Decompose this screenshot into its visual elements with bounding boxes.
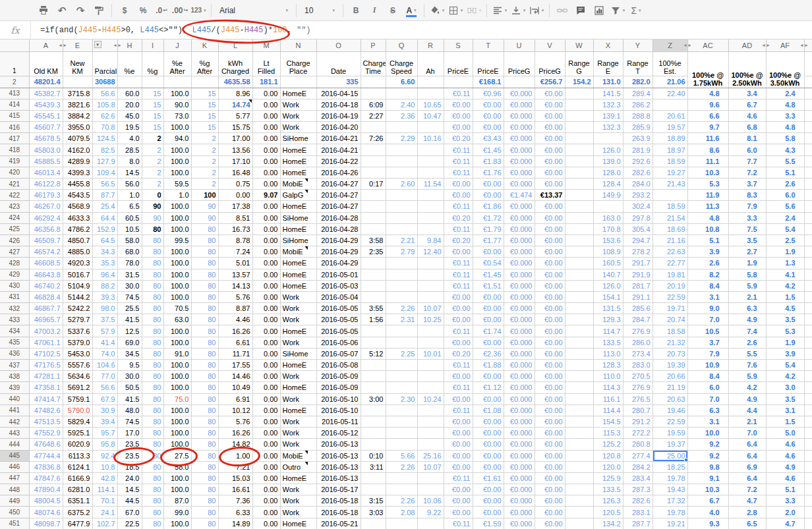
cell-AD430[interactable]: 5.9: [728, 280, 766, 291]
cell-AD443[interactable]: 7.0: [728, 428, 766, 439]
cell-O441[interactable]: 2016-05-10: [316, 404, 361, 416]
row-header-446[interactable]: 446: [0, 461, 29, 472]
cell-M448[interactable]: 0.00: [252, 484, 280, 495]
cell-K451[interactable]: 80: [191, 518, 218, 529]
cell-AD432[interactable]: 6.3: [728, 303, 766, 314]
cell-A426[interactable]: 46509.7: [29, 235, 63, 246]
cell-Y446[interactable]: 284.2: [623, 461, 652, 472]
cell-L441[interactable]: 10.12: [218, 404, 252, 416]
cell-Z428[interactable]: 22.77: [652, 258, 687, 269]
cell-M429[interactable]: 0.00: [252, 269, 280, 280]
cell-E439[interactable]: 5691.2: [63, 382, 92, 393]
cell-R431[interactable]: [417, 291, 444, 302]
cell-X443[interactable]: 115.3: [593, 428, 623, 439]
cell-R449[interactable]: 10.06: [417, 495, 444, 507]
cell-I430[interactable]: 80: [142, 280, 163, 291]
cell-W446[interactable]: [565, 461, 593, 472]
cell-L437[interactable]: 17.55: [218, 360, 252, 371]
cell-M422[interactable]: 9.07: [252, 190, 280, 201]
cell-stub446[interactable]: [804, 461, 812, 472]
cell-S419[interactable]: €0.11: [444, 155, 473, 167]
cell-AD448[interactable]: 7.2: [728, 484, 766, 495]
cell-R433[interactable]: 10.25: [417, 314, 444, 325]
header-total-O[interactable]: 335: [316, 76, 361, 88]
cell-Q442[interactable]: [386, 416, 417, 427]
cell-G413[interactable]: 56.6: [92, 88, 117, 99]
cell-J416[interactable]: 100.0: [163, 122, 191, 133]
cell-J444[interactable]: 100.0: [163, 439, 191, 450]
cell-AF420[interactable]: 5.1: [766, 167, 804, 178]
cell-P437[interactable]: [361, 360, 386, 371]
cell-Z448[interactable]: 19.43: [652, 484, 687, 495]
cell-X435[interactable]: 133.5: [593, 337, 623, 348]
cell-X450[interactable]: 120.5: [593, 507, 623, 518]
cell-Y430[interactable]: 281.7: [623, 280, 652, 291]
cell-A419[interactable]: 45885.5: [29, 155, 63, 167]
cell-K437[interactable]: 80: [191, 360, 218, 371]
cell-P439[interactable]: [361, 382, 386, 393]
cell-J425[interactable]: 100.0: [163, 223, 191, 235]
cell-J440[interactable]: 75.0: [163, 393, 191, 404]
cell-J426[interactable]: 99.5: [163, 235, 191, 246]
cell-Q448[interactable]: [386, 484, 417, 495]
header-total-G[interactable]: 30688: [92, 76, 117, 88]
cell-V415[interactable]: €0.00: [535, 110, 565, 121]
cell-I450[interactable]: 80: [142, 507, 163, 518]
cell-I448[interactable]: 80: [142, 484, 163, 495]
cell-P420[interactable]: [361, 167, 386, 178]
vertical-align-button[interactable]: ▾: [509, 3, 527, 18]
header-label-V[interactable]: PriceG: [535, 51, 565, 76]
col-header-U[interactable]: U: [504, 40, 535, 51]
cell-V430[interactable]: €0.00: [535, 280, 565, 291]
cell-Y444[interactable]: 280.8: [623, 439, 652, 450]
cell-L447[interactable]: 15.03: [218, 472, 252, 484]
cell-H437[interactable]: 9.5: [117, 360, 142, 371]
cell-E445[interactable]: 6113.3: [63, 450, 92, 461]
cell-Z420[interactable]: 19.27: [652, 167, 687, 178]
cell-A417[interactable]: 45678.5: [29, 133, 63, 144]
cell-X439[interactable]: 114.3: [593, 382, 623, 393]
cell-A440[interactable]: 47414.7: [29, 393, 63, 404]
cell-Z416[interactable]: 19.57: [652, 122, 687, 133]
cell-Q421[interactable]: 2.60: [386, 179, 417, 190]
cell-AF436[interactable]: 3.9: [766, 348, 804, 359]
header-total-W[interactable]: 154.2: [565, 76, 593, 88]
cell-S429[interactable]: €0.11: [444, 269, 473, 280]
cell-M445[interactable]: 0.00: [252, 450, 280, 461]
cell-Q450[interactable]: 2.08: [386, 507, 417, 518]
cell-N440[interactable]: Work: [280, 393, 316, 404]
cell-AC435[interactable]: 3.7: [687, 337, 728, 348]
cell-H443[interactable]: 17.0: [117, 428, 142, 439]
hidden-cols-icon[interactable]: ◂: [683, 42, 686, 48]
cell-N437[interactable]: HomeE: [280, 360, 316, 371]
cell-S428[interactable]: €0.11: [444, 258, 473, 269]
cell-L419[interactable]: 17.10: [218, 155, 252, 167]
cell-E433[interactable]: 5279.7: [63, 314, 92, 325]
cell-stub416[interactable]: [804, 122, 812, 133]
cell-W434[interactable]: [565, 325, 593, 337]
cell-L439[interactable]: 10.49: [218, 382, 252, 393]
cell-W423[interactable]: [565, 201, 593, 212]
cell-G416[interactable]: 70.8: [92, 122, 117, 133]
cell-U421[interactable]: €0.000: [504, 179, 535, 190]
cell-Y429[interactable]: 291.9: [623, 269, 652, 280]
header-label-U[interactable]: PriceG: [504, 51, 535, 76]
cell-E425[interactable]: 4786.2: [63, 223, 92, 235]
row-header-422[interactable]: 422: [0, 190, 29, 201]
cell-P447[interactable]: [361, 472, 386, 484]
cell-I416[interactable]: 15: [142, 122, 163, 133]
cell-W439[interactable]: [565, 382, 593, 393]
cell-U426[interactable]: €0.000: [504, 235, 535, 246]
cell-S445[interactable]: €0.00: [444, 450, 473, 461]
cell-AC418[interactable]: 8.6: [687, 144, 728, 155]
cell-H446[interactable]: 18.5: [117, 461, 142, 472]
cell-O420[interactable]: 2016-04-26: [316, 167, 361, 178]
cell-M419[interactable]: 0.00: [252, 155, 280, 167]
cell-A421[interactable]: 46122.8: [29, 179, 63, 190]
cell-Z415[interactable]: 20.61: [652, 110, 687, 121]
cell-X438[interactable]: 110.0: [593, 371, 623, 382]
cell-A423[interactable]: 46267.0: [29, 201, 63, 212]
cell-R413[interactable]: [417, 88, 444, 99]
cell-G443[interactable]: 95.7: [92, 428, 117, 439]
hidden-cols-icon[interactable]: ◂: [762, 42, 765, 48]
